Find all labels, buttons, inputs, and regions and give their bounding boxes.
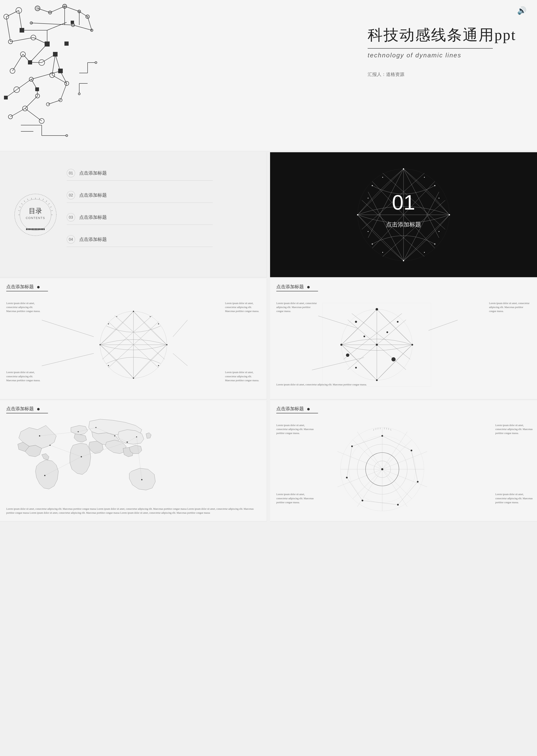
svg-marker-206 [74,434,87,442]
svg-line-46 [11,38,33,42]
svg-point-161 [100,344,101,345]
svg-line-47 [33,38,47,44]
item-num-1: 01 [67,169,75,177]
svg-line-64 [11,108,25,117]
svg-line-58 [31,71,60,79]
svg-point-196 [363,336,365,337]
text-block-tl: Lorem ipsum dolor sit amet, consectetur … [6,301,42,314]
item-label-2: 点击添加标题 [79,192,107,198]
svg-line-157 [115,315,165,359]
svg-line-252 [374,429,374,431]
text-block-5-tl: Lorem ipsum dolor sit amet, consectetur … [276,301,318,314]
svg-point-191 [355,367,357,368]
svg-point-133 [403,260,404,261]
svg-marker-203 [42,454,49,460]
svg-line-55 [42,55,55,63]
title-area: 科技动感线条通用ppt technology of dynamic lines … [368,25,516,78]
svg-point-185 [376,308,378,311]
svg-point-135 [449,214,450,215]
svg-line-66 [61,83,67,100]
slide-7-radar: 点击添加标题 [270,400,537,522]
svg-rect-107 [36,229,37,230]
svg-line-65 [25,108,42,121]
svg-line-90 [50,207,52,207]
svg-marker-215 [146,433,151,439]
svg-point-147 [438,231,439,232]
svg-line-11 [79,12,88,17]
svg-line-251 [376,428,376,430]
svg-point-73 [95,62,97,63]
svg-point-141 [424,177,425,178]
svg-line-256 [391,429,391,431]
contents-item-4[interactable]: 04 点击添加标题 [67,235,213,247]
text-block-7-br: Lorem ipsum dolor sit amet, consectetur … [495,492,533,504]
svg-point-137 [434,185,435,186]
svg-point-168 [150,316,150,317]
item-label-3: 点击添加标题 [79,214,107,221]
svg-rect-105 [33,229,34,230]
section-number: 01 [392,190,415,214]
svg-rect-100 [26,229,27,230]
svg-point-84 [18,198,53,232]
svg-point-80 [66,135,68,137]
slide-1: 科技动感线条通用ppt technology of dynamic lines … [0,0,537,151]
svg-point-193 [346,354,349,357]
sub-title: technology of dynamic lines [368,52,516,59]
svg-line-86 [39,198,40,199]
contents-item-2[interactable]: 02 点击添加标题 [67,191,213,203]
svg-line-178 [377,345,412,380]
text-block-7-bl: Lorem ipsum dolor sit amet, consectetur … [276,492,314,504]
svg-point-146 [368,231,368,232]
svg-point-139 [434,243,435,244]
svg-line-69 [52,55,55,75]
svg-line-60 [6,90,17,98]
contents-item-3[interactable]: 03 点击添加标题 [67,213,213,225]
svg-rect-102 [29,229,30,230]
svg-line-98 [18,210,20,211]
item-num-3: 03 [67,213,75,222]
svg-line-87 [43,199,44,200]
svg-point-145 [438,198,439,198]
svg-point-167 [116,316,117,317]
contents-list: 01 点击添加标题 02 点击添加标题 03 点击添加标题 04 点击添加标题 [67,169,213,257]
svg-line-88 [46,201,47,202]
slide-2-contents: 目录 CONTENTS 01 点击添加标题 02 点击添加标题 03 点击添加标… [0,152,267,277]
contents-item-1[interactable]: 01 点击添加标题 [67,169,213,181]
svg-line-184 [344,314,402,359]
svg-line-177 [377,309,412,345]
svg-line-9 [50,6,65,13]
svg-point-189 [355,321,357,323]
slide-3-section: 01 点击添加标题 [270,152,537,277]
svg-line-97 [20,207,21,207]
svg-line-61 [31,79,37,89]
svg-line-13 [31,23,73,25]
svg-point-140 [382,177,383,178]
svg-rect-101 [27,229,28,230]
svg-line-91 [51,210,53,211]
svg-rect-106 [35,229,36,230]
svg-line-158 [102,315,152,359]
svg-point-187 [340,344,343,346]
svg-rect-112 [44,229,45,230]
text-block-br: Lorem ipsum dolor sit amet, consectetur … [225,370,261,383]
svg-point-188 [411,344,413,346]
svg-marker-205 [71,425,88,435]
svg-line-59 [17,79,31,90]
svg-line-96 [21,203,22,204]
svg-rect-104 [32,229,33,230]
svg-line-63 [25,96,38,108]
svg-rect-110 [41,229,42,230]
svg-line-67 [48,100,61,104]
svg-point-138 [372,243,373,244]
svg-point-160 [133,377,134,379]
svg-text:CONTENTS: CONTENTS [26,216,45,220]
slide-4-globe-text: 点击添加标题 [0,278,267,399]
svg-line-255 [389,428,389,430]
svg-point-143 [424,252,425,253]
speaker-icon[interactable]: 🔊 [517,6,526,15]
title-dot-6 [37,408,40,410]
text-block-7-tr: Lorem ipsum dolor sit amet, consectetur … [495,423,533,436]
svg-point-136 [372,185,373,186]
svg-marker-207 [70,443,91,475]
item-label-4: 点击添加标题 [79,236,107,242]
